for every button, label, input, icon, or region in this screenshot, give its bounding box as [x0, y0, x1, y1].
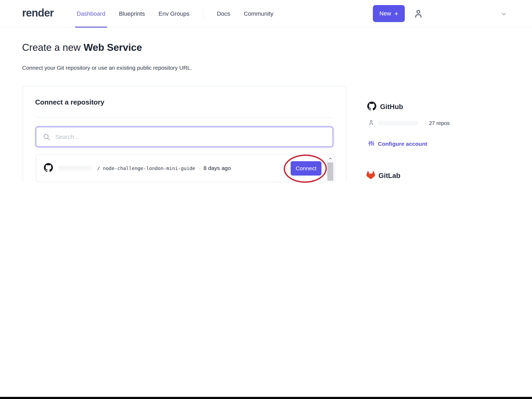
- github-icon: [44, 163, 53, 173]
- nav-item-dashboard[interactable]: Dashboard: [77, 0, 105, 28]
- bottom-bar: [0, 397, 532, 399]
- render-create-web-service-page: render Dashboard Blueprints Env Groups D…: [0, 0, 532, 399]
- gitlab-section-header: GitLab: [366, 171, 400, 180]
- gitlab-logo-icon: [366, 171, 375, 180]
- github-username-redacted: [378, 121, 418, 125]
- github-title: GitHub: [380, 103, 403, 111]
- github-logo-icon: [367, 102, 376, 112]
- new-button[interactable]: New +: [373, 5, 405, 22]
- person-icon: [368, 119, 374, 127]
- nav-item-docs[interactable]: Docs: [217, 0, 230, 28]
- nav-item-blueprints[interactable]: Blueprints: [119, 0, 145, 28]
- search-icon: [43, 133, 51, 141]
- gitlab-title: GitLab: [378, 172, 400, 180]
- configure-account-label: Configure account: [378, 141, 427, 147]
- github-account-row: · 27 repos: [368, 119, 450, 127]
- primary-nav: Dashboard Blueprints Env Groups Docs Com…: [77, 0, 273, 28]
- user-avatar-icon[interactable]: [413, 9, 423, 19]
- search-input[interactable]: [55, 134, 326, 140]
- page-subtitle: Connect your Git repository or use an ex…: [22, 65, 192, 71]
- scrollbar[interactable]: [327, 155, 334, 181]
- configure-account-link[interactable]: Configure account: [368, 140, 427, 148]
- scroll-up-icon[interactable]: [327, 155, 334, 162]
- dot-separator: ·: [199, 165, 201, 171]
- new-button-label: New: [379, 10, 391, 17]
- sliders-icon: [368, 140, 374, 148]
- dot-separator: ·: [424, 120, 426, 126]
- card-heading: Connect a repository: [35, 98, 104, 106]
- nav-item-env-groups[interactable]: Env Groups: [158, 0, 189, 28]
- card-divider: [35, 117, 334, 117]
- search-box: [36, 127, 333, 147]
- connect-button[interactable]: Connect: [291, 161, 321, 176]
- repo-row: / node-challenge-london-mini-guide · 8 d…: [36, 155, 335, 182]
- page-title-regular: Create a new: [22, 42, 81, 53]
- top-navbar: render Dashboard Blueprints Env Groups D…: [0, 0, 532, 28]
- repo-updated: 8 days ago: [203, 165, 231, 171]
- render-logo[interactable]: render: [22, 7, 54, 19]
- page-title-bold: Web Service: [84, 42, 142, 53]
- repo-list: / node-challenge-london-mini-guide · 8 d…: [36, 154, 335, 182]
- repo-path: / node-challenge-london-mini-guide: [97, 165, 195, 171]
- repo-owner-redacted: [58, 166, 92, 171]
- scrollbar-thumb[interactable]: [327, 163, 333, 181]
- plus-icon: +: [394, 10, 398, 17]
- chevron-down-icon[interactable]: [500, 11, 507, 18]
- repos-count: 27 repos: [429, 120, 450, 126]
- page-title: Create a newWeb Service: [22, 42, 142, 53]
- connect-repo-card: Connect a repository / node-challenge-lo…: [23, 86, 347, 182]
- nav-item-community[interactable]: Community: [244, 0, 273, 28]
- nav-divider: [203, 7, 203, 21]
- github-section-header: GitHub: [367, 102, 403, 112]
